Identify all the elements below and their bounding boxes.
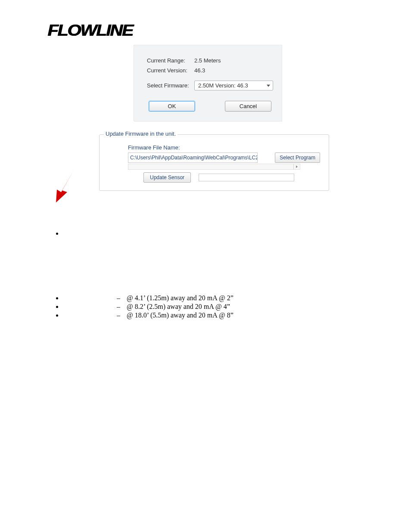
select-firmware-dropdown[interactable]: 2.50M Version: 46.3 <box>194 81 273 90</box>
current-range-value: 2.5 Meters <box>194 57 273 64</box>
current-version-label: Current Version: <box>147 67 194 74</box>
firmware-file-path-input[interactable]: C:\Users\Phil\AppData\Roaming\WebCal\Pro… <box>128 152 258 163</box>
list-item: – @ 18.0’ (5.5m) away and 20 mA @ 8” <box>63 311 364 319</box>
chevron-down-icon <box>267 84 270 87</box>
list-item: – @ 4.1’ (1.25m) away and 20 mA @ 2” <box>63 294 364 302</box>
update-firmware-groupbox: Update Firmware in the unit. Firmware Fi… <box>99 134 329 191</box>
firmware-selection-panel: Current Range: 2.5 Meters Current Versio… <box>134 45 282 121</box>
bullet-list-upper <box>63 230 364 237</box>
select-firmware-value: 2.50M Version: 46.3 <box>198 82 248 89</box>
spec-text: @ 18.0’ (5.5m) away and 20 mA @ 8” <box>127 311 234 319</box>
dash: – <box>112 294 125 302</box>
update-progress-bar <box>199 174 294 181</box>
dash: – <box>112 303 125 311</box>
current-range-label: Current Range: <box>147 57 194 64</box>
horizontal-scrollbar[interactable] <box>128 164 300 170</box>
spec-text: @ 4.1’ (1.25m) away and 20 mA @ 2” <box>127 294 234 302</box>
firmware-defaults-list: – @ 4.1’ (1.25m) away and 20 mA @ 2” – @… <box>63 294 364 319</box>
list-item <box>63 230 364 237</box>
cancel-button[interactable]: Cancel <box>225 101 271 112</box>
scroll-right-icon <box>293 164 300 169</box>
list-item: – @ 8.2’ (2.5m) away and 20 mA @ 4” <box>63 303 364 311</box>
flowline-logo: FLOWLINE <box>47 22 411 40</box>
red-arrow-annotation-icon <box>48 166 78 205</box>
select-program-button[interactable]: Select Program <box>275 152 320 163</box>
update-sensor-button[interactable]: Update Sensor <box>143 172 191 183</box>
firmware-file-name-label: Firmware File Name: <box>128 144 320 151</box>
dash: – <box>112 311 125 319</box>
select-firmware-label: Select Firmware: <box>147 82 194 89</box>
ok-button[interactable]: OK <box>149 101 195 112</box>
spec-text: @ 8.2’ (2.5m) away and 20 mA @ 4” <box>127 303 230 310</box>
groupbox-title: Update Firmware in the unit. <box>104 131 177 137</box>
current-version-value: 46.3 <box>194 67 273 74</box>
